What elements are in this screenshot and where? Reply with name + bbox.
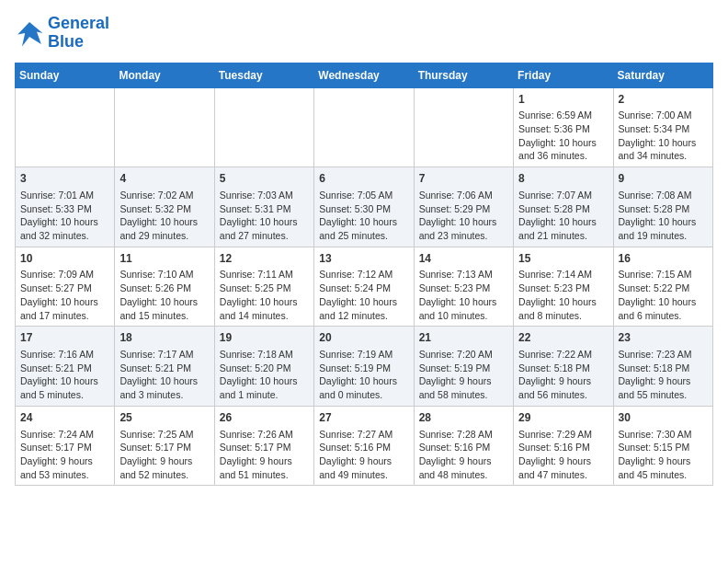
- day-number: 4: [119, 171, 209, 187]
- weekday-header-friday: Friday: [514, 63, 613, 87]
- day-info: Sunrise: 7:11 AM Sunset: 5:25 PM Dayligh…: [220, 268, 309, 322]
- day-info: Sunrise: 7:03 AM Sunset: 5:31 PM Dayligh…: [220, 189, 309, 243]
- day-info: Sunrise: 7:00 AM Sunset: 5:34 PM Dayligh…: [619, 109, 708, 163]
- day-number: 25: [119, 410, 209, 426]
- day-number: 21: [419, 330, 508, 346]
- day-number: 10: [20, 251, 109, 267]
- day-number: 19: [220, 330, 309, 346]
- calendar-header-row: SundayMondayTuesdayWednesdayThursdayFrid…: [16, 63, 713, 87]
- day-number: 16: [619, 251, 708, 267]
- day-info: Sunrise: 7:07 AM Sunset: 5:28 PM Dayligh…: [518, 189, 608, 243]
- calendar-cell: 19Sunrise: 7:18 AM Sunset: 5:20 PM Dayli…: [214, 327, 313, 407]
- day-number: 17: [20, 330, 109, 346]
- day-info: Sunrise: 7:29 AM Sunset: 5:16 PM Dayligh…: [518, 428, 608, 482]
- weekday-header-wednesday: Wednesday: [314, 63, 414, 87]
- day-info: Sunrise: 7:01 AM Sunset: 5:33 PM Dayligh…: [20, 189, 109, 243]
- calendar-cell: 11Sunrise: 7:10 AM Sunset: 5:26 PM Dayli…: [115, 247, 214, 327]
- day-info: Sunrise: 7:16 AM Sunset: 5:21 PM Dayligh…: [20, 348, 109, 402]
- calendar-week-row: 3Sunrise: 7:01 AM Sunset: 5:33 PM Daylig…: [16, 167, 713, 247]
- calendar-cell: 25Sunrise: 7:25 AM Sunset: 5:17 PM Dayli…: [115, 406, 214, 486]
- day-info: Sunrise: 7:27 AM Sunset: 5:16 PM Dayligh…: [319, 428, 408, 482]
- day-number: 14: [419, 251, 508, 267]
- calendar-cell: 20Sunrise: 7:19 AM Sunset: 5:19 PM Dayli…: [314, 327, 414, 407]
- calendar-cell: 1Sunrise: 6:59 AM Sunset: 5:36 PM Daylig…: [514, 87, 613, 167]
- day-info: Sunrise: 7:22 AM Sunset: 5:18 PM Dayligh…: [518, 348, 608, 402]
- calendar-cell: [414, 87, 513, 167]
- weekday-header-sunday: Sunday: [16, 63, 115, 87]
- calendar-week-row: 10Sunrise: 7:09 AM Sunset: 5:27 PM Dayli…: [16, 247, 713, 327]
- day-number: 29: [518, 410, 608, 426]
- calendar-cell: 14Sunrise: 7:13 AM Sunset: 5:23 PM Dayli…: [414, 247, 513, 327]
- day-info: Sunrise: 7:14 AM Sunset: 5:23 PM Dayligh…: [518, 268, 608, 322]
- day-number: 7: [419, 171, 508, 187]
- day-info: Sunrise: 7:20 AM Sunset: 5:19 PM Dayligh…: [419, 348, 508, 402]
- day-number: 2: [619, 92, 708, 108]
- calendar-cell: 17Sunrise: 7:16 AM Sunset: 5:21 PM Dayli…: [16, 327, 115, 407]
- day-number: 26: [220, 410, 309, 426]
- calendar-cell: 15Sunrise: 7:14 AM Sunset: 5:23 PM Dayli…: [514, 247, 613, 327]
- day-info: Sunrise: 7:10 AM Sunset: 5:26 PM Dayligh…: [119, 268, 209, 322]
- calendar-cell: 5Sunrise: 7:03 AM Sunset: 5:31 PM Daylig…: [214, 167, 313, 247]
- calendar-cell: 30Sunrise: 7:30 AM Sunset: 5:15 PM Dayli…: [613, 406, 712, 486]
- day-number: 8: [518, 171, 608, 187]
- day-number: 20: [319, 330, 408, 346]
- day-number: 6: [319, 171, 408, 187]
- day-info: Sunrise: 7:05 AM Sunset: 5:30 PM Dayligh…: [319, 189, 408, 243]
- day-number: 18: [119, 330, 209, 346]
- calendar-cell: 8Sunrise: 7:07 AM Sunset: 5:28 PM Daylig…: [514, 167, 613, 247]
- day-info: Sunrise: 7:28 AM Sunset: 5:16 PM Dayligh…: [419, 428, 508, 482]
- calendar-cell: 6Sunrise: 7:05 AM Sunset: 5:30 PM Daylig…: [314, 167, 414, 247]
- weekday-header-monday: Monday: [115, 63, 214, 87]
- day-number: 30: [619, 410, 708, 426]
- calendar-cell: 26Sunrise: 7:26 AM Sunset: 5:17 PM Dayli…: [214, 406, 313, 486]
- calendar-cell: 3Sunrise: 7:01 AM Sunset: 5:33 PM Daylig…: [16, 167, 115, 247]
- calendar-cell: 9Sunrise: 7:08 AM Sunset: 5:28 PM Daylig…: [613, 167, 712, 247]
- day-number: 9: [619, 171, 708, 187]
- calendar-cell: 10Sunrise: 7:09 AM Sunset: 5:27 PM Dayli…: [16, 247, 115, 327]
- calendar-cell: 16Sunrise: 7:15 AM Sunset: 5:22 PM Dayli…: [613, 247, 712, 327]
- calendar-cell: 4Sunrise: 7:02 AM Sunset: 5:32 PM Daylig…: [115, 167, 214, 247]
- day-number: 23: [619, 330, 708, 346]
- calendar-cell: 29Sunrise: 7:29 AM Sunset: 5:16 PM Dayli…: [514, 406, 613, 486]
- calendar-week-row: 24Sunrise: 7:24 AM Sunset: 5:17 PM Dayli…: [16, 406, 713, 486]
- day-info: Sunrise: 7:12 AM Sunset: 5:24 PM Dayligh…: [319, 268, 408, 322]
- calendar-cell: 2Sunrise: 7:00 AM Sunset: 5:34 PM Daylig…: [613, 87, 712, 167]
- weekday-header-thursday: Thursday: [414, 63, 513, 87]
- day-info: Sunrise: 7:09 AM Sunset: 5:27 PM Dayligh…: [20, 268, 109, 322]
- calendar-cell: [16, 87, 115, 167]
- day-number: 22: [518, 330, 608, 346]
- day-info: Sunrise: 7:30 AM Sunset: 5:15 PM Dayligh…: [619, 428, 708, 482]
- calendar-cell: 24Sunrise: 7:24 AM Sunset: 5:17 PM Dayli…: [16, 406, 115, 486]
- calendar-cell: 12Sunrise: 7:11 AM Sunset: 5:25 PM Dayli…: [214, 247, 313, 327]
- calendar-cell: 7Sunrise: 7:06 AM Sunset: 5:29 PM Daylig…: [414, 167, 513, 247]
- day-info: Sunrise: 7:25 AM Sunset: 5:17 PM Dayligh…: [119, 428, 209, 482]
- calendar-cell: 21Sunrise: 7:20 AM Sunset: 5:19 PM Dayli…: [414, 327, 513, 407]
- day-info: Sunrise: 7:23 AM Sunset: 5:18 PM Dayligh…: [619, 348, 708, 402]
- day-number: 24: [20, 410, 109, 426]
- day-info: Sunrise: 7:17 AM Sunset: 5:21 PM Dayligh…: [119, 348, 209, 402]
- day-info: Sunrise: 7:18 AM Sunset: 5:20 PM Dayligh…: [220, 348, 309, 402]
- calendar-week-row: 1Sunrise: 6:59 AM Sunset: 5:36 PM Daylig…: [16, 87, 713, 167]
- calendar-cell: 18Sunrise: 7:17 AM Sunset: 5:21 PM Dayli…: [115, 327, 214, 407]
- calendar-cell: 28Sunrise: 7:28 AM Sunset: 5:16 PM Dayli…: [414, 406, 513, 486]
- logo-icon: [15, 18, 44, 48]
- calendar-cell: 23Sunrise: 7:23 AM Sunset: 5:18 PM Dayli…: [613, 327, 712, 407]
- day-info: Sunrise: 7:06 AM Sunset: 5:29 PM Dayligh…: [419, 189, 508, 243]
- day-info: Sunrise: 7:15 AM Sunset: 5:22 PM Dayligh…: [619, 268, 708, 322]
- calendar-cell: [214, 87, 313, 167]
- day-number: 12: [220, 251, 309, 267]
- logo-text: General Blue: [48, 15, 109, 52]
- day-number: 3: [20, 171, 109, 187]
- day-info: Sunrise: 7:19 AM Sunset: 5:19 PM Dayligh…: [319, 348, 408, 402]
- calendar-table: SundayMondayTuesdayWednesdayThursdayFrid…: [15, 63, 713, 487]
- day-number: 13: [319, 251, 408, 267]
- day-info: Sunrise: 7:26 AM Sunset: 5:17 PM Dayligh…: [220, 428, 309, 482]
- calendar-cell: 22Sunrise: 7:22 AM Sunset: 5:18 PM Dayli…: [514, 327, 613, 407]
- svg-marker-0: [17, 22, 42, 46]
- logo: General Blue: [15, 15, 109, 52]
- calendar-cell: [115, 87, 214, 167]
- calendar-cell: 13Sunrise: 7:12 AM Sunset: 5:24 PM Dayli…: [314, 247, 414, 327]
- day-info: Sunrise: 7:24 AM Sunset: 5:17 PM Dayligh…: [20, 428, 109, 482]
- page-header: General Blue: [15, 15, 713, 52]
- day-number: 15: [518, 251, 608, 267]
